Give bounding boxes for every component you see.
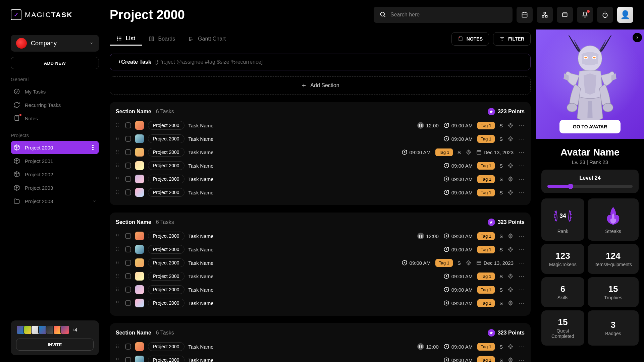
assignee-avatar[interactable] (135, 232, 144, 240)
task-checkbox[interactable] (125, 287, 131, 293)
logo[interactable]: MAGICTASK (11, 9, 110, 20)
search-box[interactable] (374, 7, 513, 23)
drag-handle[interactable]: ⠿ (116, 274, 121, 279)
task-tag[interactable]: Tag 1 (477, 299, 495, 307)
task-tag[interactable]: Tag 1 (477, 135, 495, 143)
task-name[interactable]: Task Name (189, 233, 214, 239)
section-title[interactable]: Section Name (116, 219, 151, 225)
chevron-down-icon[interactable] (92, 199, 96, 203)
project-chip[interactable]: Project 2000 (148, 356, 184, 362)
stat-card-badges[interactable]: 3Badges (588, 310, 639, 346)
task-checkbox[interactable] (125, 246, 131, 252)
ai-icon[interactable] (507, 163, 514, 169)
project-chip[interactable]: Project 2000 (148, 232, 184, 240)
task-tag[interactable]: Tag 1 (477, 356, 495, 362)
more-icon[interactable] (90, 144, 96, 151)
task-more[interactable]: ⋯ (518, 273, 525, 280)
create-task-input[interactable]: +Create Task [!Project @assignee #tag $s… (110, 54, 531, 70)
ai-icon[interactable] (507, 344, 514, 350)
task-more[interactable]: ⋯ (518, 189, 525, 196)
task-name[interactable]: Task Name (189, 163, 214, 169)
sidebar-item-notes[interactable]: Notes (11, 112, 99, 125)
ai-icon[interactable] (507, 357, 514, 362)
project-chip[interactable]: Project 2000 (148, 245, 184, 254)
drag-handle[interactable]: ⠿ (116, 287, 121, 292)
ai-icon[interactable] (507, 176, 514, 182)
task-name[interactable]: Task Name (189, 300, 214, 306)
project-chip[interactable]: Project 2000 (148, 188, 184, 197)
ai-icon[interactable] (507, 273, 514, 279)
member-avatar[interactable] (60, 325, 70, 335)
company-selector[interactable]: Company (11, 35, 99, 52)
task-name[interactable]: Task Name (189, 287, 214, 293)
drag-handle[interactable]: ⠿ (116, 149, 121, 155)
timer-button[interactable] (597, 7, 613, 23)
go-to-avatar-button[interactable]: GO TO AVATAR (559, 120, 621, 133)
add-new-button[interactable]: ADD NEW (11, 57, 99, 69)
stat-card-trophies[interactable]: 15Trophies (588, 277, 639, 307)
user-avatar[interactable] (617, 7, 633, 23)
task-more[interactable]: ⋯ (518, 246, 525, 253)
task-name[interactable]: Task Name (189, 274, 214, 279)
drag-handle[interactable]: ⠿ (116, 344, 121, 349)
task-checkbox[interactable] (125, 149, 131, 155)
task-name[interactable]: Task Name (189, 136, 214, 142)
drag-handle[interactable]: ⠿ (116, 233, 121, 239)
assignee-avatar[interactable] (135, 285, 144, 294)
task-more[interactable]: ⋯ (518, 299, 525, 307)
drag-handle[interactable]: ⠿ (116, 260, 121, 265)
ai-icon[interactable] (507, 287, 514, 293)
calendar-button[interactable] (517, 7, 533, 23)
task-name[interactable]: Task Name (189, 344, 214, 350)
stat-card-quest-completed[interactable]: 15Quest Completed (541, 310, 584, 346)
task-name[interactable]: Task Name (189, 247, 214, 252)
task-name[interactable]: Task Name (189, 190, 214, 195)
drag-handle[interactable]: ⠿ (116, 190, 121, 195)
drag-handle[interactable]: ⠿ (116, 357, 121, 362)
tab-boards[interactable]: Boards (142, 32, 182, 46)
assignee-avatar[interactable] (135, 148, 144, 157)
drag-handle[interactable]: ⠿ (116, 247, 121, 252)
section-title[interactable]: Section Name (116, 330, 151, 336)
filter-button[interactable]: FILTER (493, 32, 531, 46)
sidebar-project-2003[interactable]: Project 2003 (11, 181, 99, 194)
task-name[interactable]: Task Name (189, 260, 214, 266)
task-checkbox[interactable] (125, 233, 131, 239)
task-more[interactable]: ⋯ (518, 135, 525, 142)
task-name[interactable]: Task Name (189, 149, 214, 155)
ai-icon[interactable] (466, 149, 472, 155)
sidebar-item-recurring[interactable]: Recurring Tasks (11, 98, 99, 112)
drag-handle[interactable]: ⠿ (116, 176, 121, 182)
add-section-button[interactable]: Add Section (110, 76, 531, 95)
project-chip[interactable]: Project 2000 (148, 272, 184, 281)
assignee-avatar[interactable] (135, 188, 144, 197)
ai-icon[interactable] (466, 260, 472, 266)
task-checkbox[interactable] (125, 300, 131, 306)
project-chip[interactable]: Project 2000 (148, 258, 184, 267)
task-tag[interactable]: Tag 1 (435, 259, 453, 267)
sidebar-project-2000[interactable]: Project 2000 (11, 141, 99, 154)
project-chip[interactable]: Project 2000 (148, 148, 184, 157)
task-more[interactable]: ⋯ (518, 122, 525, 129)
ai-icon[interactable] (507, 300, 514, 306)
window-button[interactable] (557, 7, 573, 23)
task-checkbox[interactable] (125, 344, 131, 350)
stat-card-rank[interactable]: 34Rank (541, 198, 584, 241)
task-more[interactable]: ⋯ (518, 259, 525, 266)
assignee-avatar[interactable] (135, 356, 144, 362)
project-chip[interactable]: Project 2000 (148, 342, 184, 351)
task-more[interactable]: ⋯ (518, 343, 525, 350)
invite-button[interactable]: INVITE (16, 339, 94, 351)
task-more[interactable]: ⋯ (518, 148, 525, 156)
task-tag[interactable]: Tag 1 (477, 175, 495, 183)
ai-icon[interactable] (507, 122, 514, 128)
ai-icon[interactable] (507, 189, 514, 195)
task-name[interactable]: Task Name (189, 357, 214, 362)
sidebar-project-2001[interactable]: Project 2001 (11, 154, 99, 168)
task-more[interactable]: ⋯ (518, 232, 525, 240)
task-checkbox[interactable] (125, 122, 131, 128)
stat-card-magictokens[interactable]: 123MagicTokens (541, 244, 584, 274)
expand-button[interactable] (633, 33, 642, 42)
assignee-avatar[interactable] (135, 134, 144, 143)
assignee-avatar[interactable] (135, 272, 144, 281)
